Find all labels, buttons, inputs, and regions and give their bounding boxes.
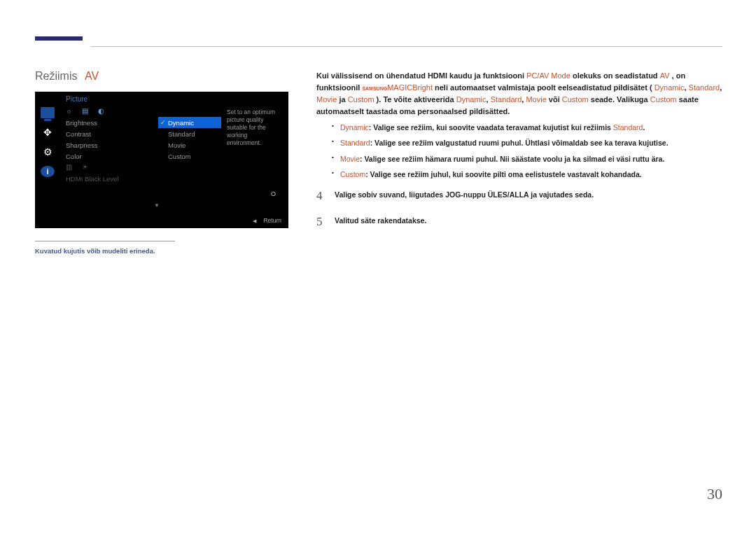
bullet-list: Dynamic: Valige see režiim, kui soovite … bbox=[332, 122, 722, 180]
intro-m2: Movie bbox=[526, 95, 546, 104]
osd-menu-item: Contrast bbox=[66, 128, 153, 139]
bullet-movie: Movie: Valige see režiim hämara ruumi pu… bbox=[332, 153, 722, 164]
bright-icon: ☀ bbox=[82, 163, 88, 171]
osd-down-arrow: ▼ bbox=[154, 202, 160, 209]
intro-magic-small: SAMSUNG bbox=[362, 86, 387, 91]
angle-icon: ▥ bbox=[66, 163, 72, 171]
brightness-icon: ☼ bbox=[66, 107, 72, 115]
osd-main: Picture ☼ ▤ ◐ Brightness Contrast Sharpn… bbox=[60, 92, 288, 228]
step-5: 5 Valitud säte rakendatakse. bbox=[316, 213, 722, 231]
bullet-dynamic-end: Standard bbox=[613, 123, 643, 132]
header-rule bbox=[91, 46, 722, 47]
osd-col-options: Dynamic Standard Movie Custom bbox=[158, 106, 221, 228]
left-column: Režiimis AV ✥ ⚙ i Picture ☼ ▤ ◐ Brightne… bbox=[35, 70, 301, 255]
osd-menu-item: Color bbox=[66, 150, 153, 162]
intro-d2: Dynamic bbox=[456, 95, 486, 104]
osd-menu-item: Brightness bbox=[66, 117, 153, 128]
osd-title: Picture bbox=[60, 92, 288, 106]
right-column: Kui välissisend on ühendatud HDMI kaudu … bbox=[316, 70, 722, 238]
intro-c3: Custom bbox=[650, 95, 677, 104]
bullet-standard: Standard: Valige see režiim valgustatud … bbox=[332, 137, 722, 148]
intro-l2c: seade. Valikuga bbox=[591, 95, 650, 104]
osd-dim-icon-row: ▥ ☀ bbox=[66, 162, 153, 173]
osd-dim-item: HDMI Black Level bbox=[66, 173, 153, 184]
return-triangle-icon: ◀ bbox=[253, 218, 256, 223]
bullet-dynamic-dot: . bbox=[643, 123, 645, 132]
sep: ja bbox=[337, 95, 347, 104]
osd-icon-row: ☼ ▤ ◐ bbox=[66, 106, 153, 117]
bullet-standard-label: Standard bbox=[340, 139, 370, 147]
info-icon: i bbox=[41, 166, 55, 177]
bullet-movie-label: Movie bbox=[340, 155, 360, 163]
mode-label: Režiimis bbox=[35, 70, 77, 82]
intro-magicbright: MAGICBright bbox=[387, 83, 433, 92]
header-accent-bar bbox=[35, 36, 83, 41]
osd-screenshot: ✥ ⚙ i Picture ☼ ▤ ◐ Brightness Contrast … bbox=[35, 92, 288, 228]
osd-col-menu: ☼ ▤ ◐ Brightness Contrast Sharpness Colo… bbox=[60, 106, 158, 228]
step-4-text: Valige sobiv suvand, liigutades JOG-nupp… bbox=[335, 187, 594, 200]
intro-l2b: ). Te võite aktiveerida bbox=[377, 95, 456, 104]
intro-or: või bbox=[549, 95, 562, 104]
intro-d1: Dynamic bbox=[654, 83, 685, 92]
intro-l2a: neli automaatset valmistaja poolt eelsea… bbox=[435, 83, 652, 92]
intro-s2: Standard bbox=[491, 95, 522, 104]
contrast-icon: ◐ bbox=[98, 107, 104, 115]
intro-c1: Custom bbox=[348, 95, 374, 104]
osd-o-marker: O bbox=[271, 190, 276, 197]
step-5-text: Valitud säte rakendatakse. bbox=[335, 213, 426, 226]
bullet-dynamic-text: : Valige see režiim, kui soovite vaadata… bbox=[369, 123, 613, 132]
gear-icon: ⚙ bbox=[41, 146, 55, 157]
osd-return-label: Return bbox=[263, 217, 281, 224]
intro-l1b: olekuks on seadistatud bbox=[573, 71, 660, 80]
step-5-num: 5 bbox=[316, 213, 335, 231]
bullet-dynamic: Dynamic: Valige see režiim, kui soovite … bbox=[332, 122, 722, 133]
osd-menu-item: Sharpness bbox=[66, 139, 153, 150]
intro-s1: Standard bbox=[689, 83, 720, 92]
osd-option-movie: Movie bbox=[158, 139, 221, 150]
osd-option-standard: Standard bbox=[158, 128, 221, 139]
bullet-custom-label: Custom bbox=[340, 170, 365, 178]
bullet-custom: Custom: Valige see režiim juhul, kui soo… bbox=[332, 169, 722, 180]
footnote: Kuvatud kujutis võib mudeliti erineda. bbox=[35, 241, 175, 255]
bullet-dynamic-label: Dynamic bbox=[340, 123, 369, 132]
osd-footer: ◀ Return bbox=[253, 217, 281, 224]
mode-av: AV bbox=[85, 70, 99, 82]
osd-option-custom: Custom bbox=[158, 150, 221, 162]
osd-sidebar: ✥ ⚙ i bbox=[35, 92, 60, 228]
osd-description: Set to an optimum picture quality suitab… bbox=[221, 106, 288, 228]
osd-columns: ☼ ▤ ◐ Brightness Contrast Sharpness Colo… bbox=[60, 106, 288, 228]
intro-paragraph: Kui välissisend on ühendatud HDMI kaudu … bbox=[316, 70, 722, 118]
arrows-icon: ✥ bbox=[41, 127, 55, 138]
step-4: 4 Valige sobiv suvand, liigutades JOG-nu… bbox=[316, 187, 722, 205]
intro-pcav: PC/AV Mode bbox=[526, 71, 570, 80]
bullet-movie-text: : Valige see režiim hämara ruumi puhul. … bbox=[360, 155, 664, 163]
step-4-num: 4 bbox=[316, 187, 335, 205]
page-number: 30 bbox=[707, 485, 722, 503]
intro-l1a: Kui välissisend on ühendatud HDMI kaudu … bbox=[316, 71, 526, 80]
osd-option-dynamic: Dynamic bbox=[158, 117, 221, 128]
bullet-standard-text: : Valige see režiim valgustatud ruumi pu… bbox=[370, 139, 668, 147]
mode-heading: Režiimis AV bbox=[35, 70, 301, 83]
sep: , bbox=[720, 83, 722, 92]
intro-m1: Movie bbox=[316, 95, 337, 104]
intro-av: AV bbox=[660, 71, 670, 80]
samsung-bright-icon: ▤ bbox=[82, 107, 88, 115]
intro-c2: Custom bbox=[562, 95, 589, 104]
bullet-custom-text: : Valige see režiim juhul, kui soovite p… bbox=[365, 170, 641, 178]
monitor-icon bbox=[41, 107, 55, 118]
